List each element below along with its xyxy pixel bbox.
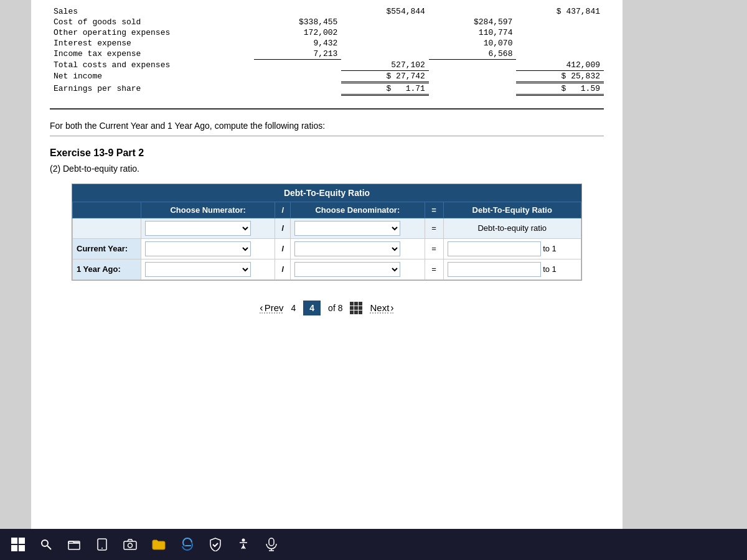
navigation-bar: ‹ Prev 4 4 of 8 Next › bbox=[50, 301, 604, 315]
current-year-numerator-cell[interactable] bbox=[141, 238, 275, 259]
table-row: Other operating expenses 172,002 110,774 bbox=[50, 27, 604, 38]
section-divider bbox=[50, 108, 604, 110]
windows-start-button[interactable] bbox=[6, 535, 30, 554]
year-ago-result-input[interactable] bbox=[448, 262, 541, 277]
denominator-select-cell[interactable] bbox=[291, 218, 425, 238]
row-value bbox=[429, 6, 517, 17]
current-year-row: Current Year: / = bbox=[73, 238, 581, 259]
next-arrow-icon: › bbox=[390, 302, 393, 314]
camera-icon bbox=[123, 538, 137, 551]
year-ago-numerator-cell[interactable] bbox=[141, 259, 275, 279]
svg-point-7 bbox=[242, 539, 245, 542]
row-value: $554,844 bbox=[341, 6, 429, 17]
result-label-cell: Debt-to-equity ratio bbox=[443, 218, 581, 238]
row-value bbox=[254, 60, 342, 71]
subtitle: (2) Debt-to-equity ratio. bbox=[50, 164, 604, 174]
next-button[interactable]: Next › bbox=[370, 302, 393, 314]
microphone-button[interactable] bbox=[260, 535, 283, 554]
row-value bbox=[254, 6, 342, 17]
row-label: Sales bbox=[50, 6, 254, 17]
svg-rect-5 bbox=[124, 541, 136, 549]
camera-button[interactable] bbox=[118, 536, 142, 553]
grid-view-icon[interactable] bbox=[350, 302, 362, 314]
windows-security-button[interactable] bbox=[204, 535, 227, 554]
row-value: $ 1.59 bbox=[516, 82, 604, 95]
row-value: $284,597 bbox=[429, 17, 517, 27]
row-label: Income tax expense bbox=[50, 49, 254, 60]
slash-year-ago: / bbox=[275, 259, 291, 279]
formula-row: / = Debt-to-equity ratio bbox=[73, 218, 581, 238]
row-value: $ 27,742 bbox=[341, 70, 429, 82]
folder-button[interactable] bbox=[147, 536, 171, 553]
svg-point-6 bbox=[128, 543, 133, 548]
formula-row-label bbox=[73, 218, 141, 238]
for-both-text: For both the Current Year and 1 Year Ago… bbox=[50, 121, 604, 131]
equals-formula: = bbox=[425, 218, 443, 238]
current-page-number: 4 bbox=[291, 303, 296, 313]
year-ago-denominator-select[interactable] bbox=[294, 262, 400, 277]
row-label: Earnings per share bbox=[50, 82, 254, 95]
next-label: Next bbox=[370, 302, 389, 313]
ratio-table: Choose Numerator: / Choose Denominator: … bbox=[72, 202, 581, 280]
current-year-denominator-select[interactable] bbox=[294, 241, 400, 256]
row-value bbox=[254, 70, 342, 82]
current-year-result-input[interactable] bbox=[448, 241, 541, 256]
exercise-title: Exercise 13-9 Part 2 bbox=[50, 147, 604, 159]
year-ago-numerator-select[interactable] bbox=[145, 262, 251, 277]
row-value bbox=[516, 27, 604, 38]
tablet-mode-button[interactable] bbox=[91, 536, 113, 553]
edge-browser-button[interactable] bbox=[176, 535, 199, 554]
row-value bbox=[429, 70, 517, 82]
row-value: 9,432 bbox=[254, 38, 342, 49]
equals-current: = bbox=[425, 238, 443, 259]
row-value: 412,009 bbox=[516, 60, 604, 71]
row-label: Other operating expenses bbox=[50, 27, 254, 38]
table-row: Sales $554,844 $ 437,841 bbox=[50, 6, 604, 17]
to-1-label-year-ago: to 1 bbox=[543, 264, 557, 274]
row-value bbox=[516, 17, 604, 27]
windows-security-icon bbox=[209, 538, 222, 551]
current-year-result-cell[interactable]: to 1 bbox=[443, 238, 581, 259]
prev-button[interactable]: ‹ Prev bbox=[260, 302, 283, 314]
current-year-label: Current Year: bbox=[73, 238, 141, 259]
row-value: 10,070 bbox=[429, 38, 517, 49]
file-explorer-button[interactable] bbox=[62, 535, 86, 554]
year-ago-result-cell[interactable]: to 1 bbox=[443, 259, 581, 279]
current-year-numerator-select[interactable] bbox=[145, 241, 251, 256]
slash-formula: / bbox=[275, 218, 291, 238]
slash-current: / bbox=[275, 238, 291, 259]
svg-point-4 bbox=[101, 548, 103, 549]
numerator-select-formula[interactable] bbox=[145, 221, 251, 236]
row-value: $ 1.71 bbox=[341, 82, 429, 95]
year-ago-denominator-cell[interactable] bbox=[291, 259, 425, 279]
table-row: Earnings per share $ 1.71 $ 1.59 bbox=[50, 82, 604, 95]
row-value: 6,568 bbox=[429, 49, 517, 60]
row-value bbox=[341, 38, 429, 49]
microphone-icon bbox=[265, 538, 278, 551]
folder-icon bbox=[152, 538, 166, 551]
row-value bbox=[341, 49, 429, 60]
denominator-select-formula[interactable] bbox=[294, 221, 400, 236]
row-value: 527,102 bbox=[341, 60, 429, 71]
grid-icon-inner bbox=[350, 302, 362, 314]
svg-point-0 bbox=[42, 540, 48, 546]
search-taskbar-button[interactable] bbox=[35, 536, 57, 553]
equals-year-ago: = bbox=[425, 259, 443, 279]
tablet-icon bbox=[96, 538, 108, 551]
row-value: $ 25,832 bbox=[516, 70, 604, 82]
search-taskbar-icon bbox=[40, 538, 52, 551]
prev-arrow-icon: ‹ bbox=[260, 302, 263, 314]
table-row: Total costs and expenses 527,102 412,009 bbox=[50, 60, 604, 71]
row-value: 110,774 bbox=[429, 27, 517, 38]
year-ago-row: 1 Year Ago: / = t bbox=[73, 259, 581, 279]
accessibility-button[interactable] bbox=[232, 535, 255, 554]
current-year-denominator-cell[interactable] bbox=[291, 238, 425, 259]
numerator-select-cell[interactable] bbox=[141, 218, 275, 238]
page-number-box[interactable]: 4 bbox=[303, 301, 321, 315]
accessibility-icon bbox=[237, 538, 250, 551]
row-value: 7,213 bbox=[254, 49, 342, 60]
row-label: Interest expense bbox=[50, 38, 254, 49]
th-result: Debt-To-Equity Ratio bbox=[443, 202, 581, 218]
th-numerator: Choose Numerator: bbox=[141, 202, 275, 218]
svg-line-1 bbox=[47, 546, 51, 549]
